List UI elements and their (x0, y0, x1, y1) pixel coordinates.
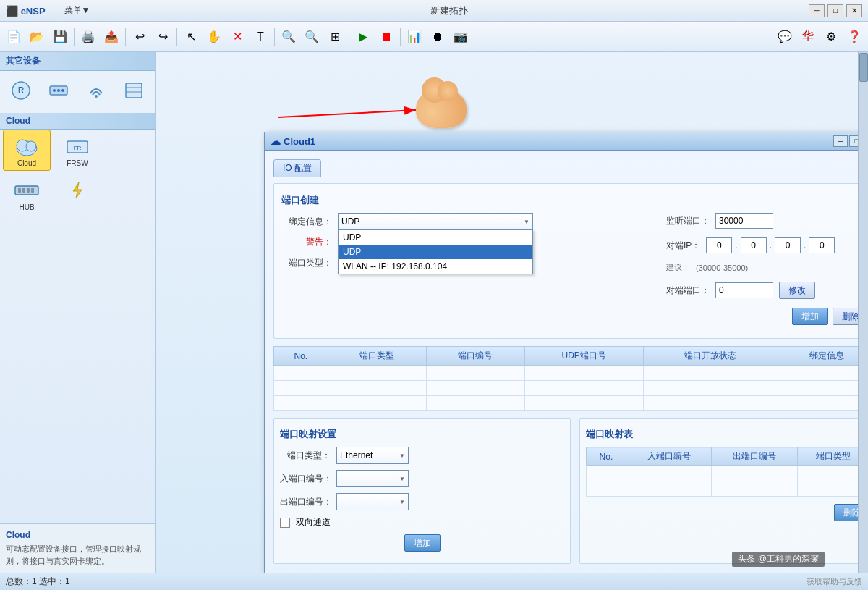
delete-button[interactable]: ✕ (226, 26, 248, 48)
print-button[interactable]: 🖨️ (77, 26, 99, 48)
redo-button[interactable]: ↪ (152, 26, 174, 48)
minimize-button[interactable]: ─ (809, 4, 825, 17)
port-create-layout: 绑定信息： UDP ▼ UDP UDP (281, 213, 868, 331)
binding-info-row: 绑定信息： UDP ▼ UDP UDP (281, 213, 655, 230)
io-tab[interactable]: IO 配置 (273, 159, 321, 177)
modify-button[interactable]: 修改 (779, 282, 815, 299)
table-row-empty1 (274, 366, 869, 381)
svg-point-6 (95, 95, 98, 98)
port-create-title: 端口创建 (281, 194, 868, 207)
new-button[interactable]: 📄 (3, 26, 25, 48)
category-hub[interactable]: HUB (3, 174, 51, 215)
fit-button[interactable]: ⊞ (324, 26, 346, 48)
record-button[interactable]: ⏺ (427, 26, 448, 48)
mapping-table: No. 入端口编号 出端口编号 端口类型 (586, 447, 868, 497)
toolbar-sep2 (125, 28, 126, 46)
warning-label: 警告： (281, 236, 332, 248)
device-wireless[interactable] (78, 74, 114, 107)
dropdown-item-udp1[interactable]: UDP (339, 230, 532, 245)
category-frsw[interactable]: FR FRSW (54, 130, 101, 171)
ip-seg4[interactable] (809, 237, 835, 253)
bidirectional-row: 双向通道 (280, 516, 564, 528)
svg-point-5 (61, 89, 64, 92)
save-button[interactable]: 💾 (49, 26, 71, 48)
ip-seg2[interactable] (741, 237, 767, 253)
dialog-minimize[interactable]: ─ (833, 135, 848, 147)
main-area: 其它设备 R (0, 52, 868, 573)
svg-point-12 (26, 141, 36, 151)
bottom-sections: 端口映射设置 端口类型： Ethernet ▼ 入端口编号： (273, 418, 868, 564)
port-create-left: 绑定信息： UDP ▼ UDP UDP (281, 213, 655, 331)
hub-label: HUB (19, 203, 34, 211)
help-link[interactable]: 获取帮助与反馈 (807, 576, 862, 587)
col-port-type: 端口类型 (328, 347, 426, 366)
dropdown-item-udp2[interactable]: UDP (339, 245, 532, 259)
dropdown-arrow: ▼ (524, 219, 529, 225)
listen-port-input[interactable] (715, 213, 773, 229)
toolbar: 📄 📂 💾 🖨️ 📤 ↩ ↪ ↖ ✋ ✕ T 🔍 🔍 ⊞ ▶ ⏹ 📊 ⏺ 📷 💬… (0, 22, 868, 52)
open-button[interactable]: 📂 (26, 26, 48, 48)
mapping-out-port-value (340, 497, 342, 507)
pan-button[interactable]: ✋ (203, 26, 225, 48)
ip-seg1[interactable] (706, 237, 732, 253)
app-title: eNSP (21, 6, 46, 17)
zoom-in-button[interactable]: 🔍 (278, 26, 299, 48)
sidebar-section-title: 其它设备 (0, 52, 155, 71)
mapping-out-port-label: 出端口编号： (280, 496, 331, 508)
svg-text:R: R (18, 85, 25, 96)
settings-button[interactable]: ⚙ (820, 26, 842, 48)
svg-rect-19 (31, 188, 34, 193)
mapping-port-type-value: Ethernet (340, 450, 373, 460)
dropdown-item-wlan[interactable]: WLAN -- IP: 192.168.0.104 (339, 259, 532, 274)
select-button[interactable]: ↖ (180, 26, 202, 48)
title-bar-controls: ─ □ ✕ (809, 4, 862, 17)
mapping-delete-row: 删除 (586, 504, 868, 521)
text-button[interactable]: T (250, 26, 271, 48)
chat-button[interactable]: 💬 (774, 26, 796, 48)
start-button[interactable]: ▶ (352, 26, 374, 48)
help-link-text[interactable]: 获取帮助与反馈 (807, 577, 862, 586)
close-button[interactable]: ✕ (846, 4, 862, 17)
toolbar-sep3 (176, 28, 177, 46)
undo-button[interactable]: ↩ (129, 26, 150, 48)
dest-port-label: 对端端口： (666, 285, 710, 297)
add-port-button[interactable]: 增加 (792, 308, 828, 325)
maximize-button[interactable]: □ (827, 4, 843, 17)
menu-button[interactable]: 菜单▼ (64, 4, 90, 17)
svg-rect-16 (18, 188, 21, 193)
category-lightning[interactable] (54, 174, 101, 215)
table-row-empty3 (274, 396, 869, 411)
device-firewall[interactable] (116, 74, 152, 107)
ip-seg3[interactable] (775, 237, 801, 253)
mapping-add-button[interactable]: 增加 (404, 534, 441, 552)
canvas-scrollbar[interactable] (858, 52, 868, 573)
capture-button[interactable]: 📊 (404, 26, 425, 48)
listen-port-row: 监听端口： (666, 213, 868, 229)
col-port-num: 端口编号 (426, 347, 524, 366)
sidebar: 其它设备 R (0, 52, 156, 573)
mapping-port-type-label: 端口类型： (280, 450, 331, 462)
wireless-icon (83, 77, 109, 104)
hub-icon (14, 177, 40, 203)
toolbar-sep6 (400, 28, 401, 46)
category-cloud[interactable]: Cloud (3, 130, 51, 171)
device-switch[interactable] (41, 74, 77, 107)
svg-line-22 (278, 110, 416, 117)
sidebar-help-title: Cloud (6, 530, 149, 540)
help-button[interactable]: ❓ (843, 26, 865, 48)
screenshot-button[interactable]: 📷 (450, 26, 472, 48)
export-button[interactable]: 📤 (101, 26, 122, 48)
scroll-thumb[interactable] (859, 53, 868, 82)
map-empty1 (587, 466, 869, 481)
dialog-titlebar: ☁ Cloud1 ─ □ ✕ (265, 132, 868, 151)
mapping-in-port-select[interactable]: ▼ (336, 470, 409, 487)
bidirectional-checkbox[interactable] (280, 518, 290, 528)
device-router[interactable]: R (3, 74, 39, 107)
mapping-port-type-select[interactable]: Ethernet ▼ (336, 447, 409, 464)
binding-select[interactable]: UDP ▼ (338, 213, 533, 230)
stop-button[interactable]: ⏹ (375, 26, 397, 48)
dest-port-input[interactable] (715, 282, 773, 298)
zoom-out-button[interactable]: 🔍 (301, 26, 323, 48)
huawei-button[interactable]: 华 (797, 26, 819, 48)
mapping-out-port-select[interactable]: ▼ (336, 493, 409, 510)
